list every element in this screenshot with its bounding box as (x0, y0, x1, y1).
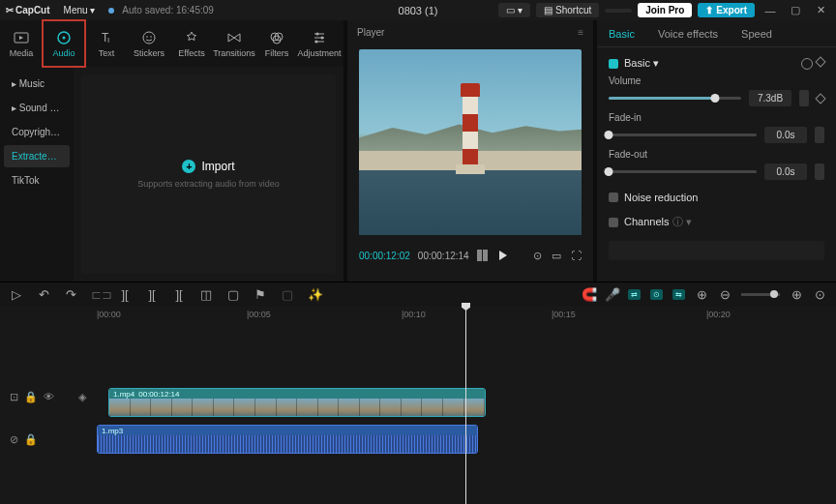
track-toggle-icon[interactable]: ⊡ (10, 391, 18, 403)
account-pill[interactable] (605, 9, 632, 13)
track-visible-icon[interactable]: 👁 (44, 391, 54, 402)
aspect-button[interactable]: ▭ ▾ (498, 3, 530, 17)
volume-slider[interactable] (609, 97, 741, 100)
volume-value[interactable]: 7.3dB (749, 90, 791, 106)
export-button[interactable]: ⬆ Export (698, 3, 755, 17)
timeline[interactable]: |00:00 |00:05 |00:10 |00:15 |00:20 ⊡ 🔒 👁… (0, 307, 836, 504)
join-pro-button[interactable]: Join Pro (638, 3, 692, 17)
zoom-out-icon[interactable]: ⊖ (718, 287, 732, 302)
playhead[interactable] (465, 307, 466, 504)
split-left-tool[interactable]: ]​[ (118, 287, 132, 302)
clip-duration: 00:00:12:14 (138, 390, 179, 399)
undo-tool[interactable]: ↶ (37, 287, 50, 302)
fadeout-slider[interactable] (609, 170, 757, 173)
video-track-head: ⊡ 🔒 👁 (0, 382, 58, 411)
ratio-icon[interactable]: ▭ (552, 250, 561, 262)
inspector-tab-basic[interactable]: Basic (597, 20, 646, 46)
noise-checkbox[interactable] (609, 193, 618, 202)
reset-basic-icon[interactable] (801, 58, 813, 70)
crop-tool[interactable]: ◫ (199, 287, 213, 302)
fadeout-stepper[interactable] (815, 163, 824, 180)
zoom-slider[interactable] (741, 293, 780, 296)
magnet-icon[interactable]: 🧲 (582, 287, 595, 302)
sidebar-item-copyright[interactable]: Copyright c... (4, 121, 70, 143)
svg-point-12 (321, 36, 324, 39)
scale-icon[interactable]: ⊙ (533, 250, 542, 262)
toggle-3[interactable]: ⇆ (672, 289, 685, 300)
ruler-tick: |00:10 (402, 310, 426, 319)
inspector-tab-voice[interactable]: Voice effects (646, 20, 730, 46)
panel-tabs: Media Audio TIText Stickers Effects Tran… (0, 20, 343, 67)
svg-point-5 (143, 32, 155, 44)
flag-tool[interactable]: ⚑ (254, 287, 267, 302)
ruler-tick: |00:15 (552, 310, 576, 319)
inspector-panel: Basic Voice effects Speed Basic ▾ Volume… (597, 20, 836, 282)
tab-effects[interactable]: Effects (170, 20, 213, 67)
audio-sidebar: ▸ Music ▸ Sound eff... Copyright c... Ex… (0, 67, 74, 282)
shortcut-button[interactable]: ▤ Shortcut (536, 3, 599, 17)
channels-checkbox[interactable] (609, 218, 618, 227)
track-mute-icon[interactable]: ⊘ (10, 433, 18, 446)
sidebar-item-soundfx[interactable]: ▸ Sound eff... (4, 97, 70, 119)
project-title: 0803 (1) (399, 5, 438, 16)
inspector-tab-speed[interactable]: Speed (730, 20, 784, 46)
audio-clip[interactable]: 1.mp3 (97, 425, 478, 454)
tab-audio[interactable]: Audio (43, 20, 85, 67)
minimize-button[interactable]: — (761, 5, 780, 16)
fadein-value[interactable]: 0.0s (764, 127, 807, 143)
play-button[interactable] (499, 251, 507, 260)
select-tool[interactable]: ▷ (10, 287, 23, 302)
toggle-2[interactable]: ⊙ (650, 289, 663, 300)
split-tool[interactable]: ⊏⊐ (91, 287, 104, 302)
volume-label: Volume (609, 75, 824, 86)
sidebar-item-tiktok[interactable]: TikTok (4, 169, 70, 192)
sidebar-item-extracted[interactable]: Extracted a... (4, 145, 70, 167)
svg-point-2 (63, 36, 66, 39)
video-preview[interactable] (359, 49, 582, 235)
menu-button[interactable]: Menu ▾ (58, 3, 102, 17)
tab-adjustment[interactable]: Adjustment (298, 20, 341, 67)
tab-filters[interactable]: Filters (255, 20, 298, 67)
clip-name: 1.mp4 (113, 390, 134, 399)
tab-transitions[interactable]: Transitions (213, 20, 255, 67)
maximize-button[interactable]: ▢ (786, 4, 805, 16)
tab-stickers[interactable]: Stickers (128, 20, 170, 67)
titlebar: ✂ CapCut Menu ▾ Auto saved: 16:45:09 080… (0, 0, 836, 20)
split-right-tool[interactable]: ]​[ (145, 287, 159, 302)
track-lock-icon[interactable]: 🔒 (24, 433, 38, 446)
fit-icon[interactable]: ⊙ (813, 287, 826, 302)
preview-quality-icon[interactable] (477, 250, 488, 261)
sidebar-item-music[interactable]: ▸ Music (4, 73, 70, 95)
channels-dropdown[interactable] (609, 241, 824, 260)
volume-keyframe-icon[interactable] (815, 93, 825, 104)
close-button[interactable]: ✕ (811, 4, 830, 16)
redo-tool[interactable]: ↷ (64, 287, 77, 302)
ruler-tick: |00:00 (97, 310, 121, 319)
mic-icon[interactable]: 🎤 (605, 287, 618, 302)
import-area[interactable]: +Import Supports extracting audio from v… (81, 74, 336, 274)
tab-media[interactable]: Media (0, 20, 43, 67)
trim-tool[interactable]: ][ (172, 287, 186, 302)
player-title: Player (357, 27, 384, 38)
ruler-tick: |00:05 (247, 310, 271, 319)
svg-point-11 (316, 32, 319, 35)
video-clip[interactable]: 1.mp4 00:00:12:14 (108, 388, 486, 417)
tab-text[interactable]: TIText (85, 20, 128, 67)
zoom-in-icon[interactable]: ⊕ (790, 287, 803, 302)
toggle-1[interactable]: ⇄ (628, 289, 641, 300)
volume-stepper[interactable] (799, 90, 809, 106)
fullscreen-icon[interactable]: ⛶ (571, 250, 582, 262)
plus-icon: + (182, 160, 195, 173)
track-edge[interactable]: ◈ (73, 382, 92, 411)
link-icon[interactable]: ⊕ (695, 287, 708, 302)
fadeout-value[interactable]: 0.0s (764, 163, 807, 180)
import-button[interactable]: +Import (182, 160, 234, 173)
fadein-slider[interactable] (609, 133, 757, 136)
ai-tool[interactable]: ✨ (308, 287, 321, 302)
fadein-stepper[interactable] (815, 127, 824, 143)
mirror-tool[interactable]: ▢ (226, 287, 240, 302)
player-menu-icon[interactable]: ≡ (578, 27, 583, 38)
keyframe-basic-icon[interactable] (815, 56, 825, 67)
basic-checkbox[interactable] (609, 59, 618, 69)
track-lock-icon[interactable]: 🔒 (24, 391, 38, 403)
